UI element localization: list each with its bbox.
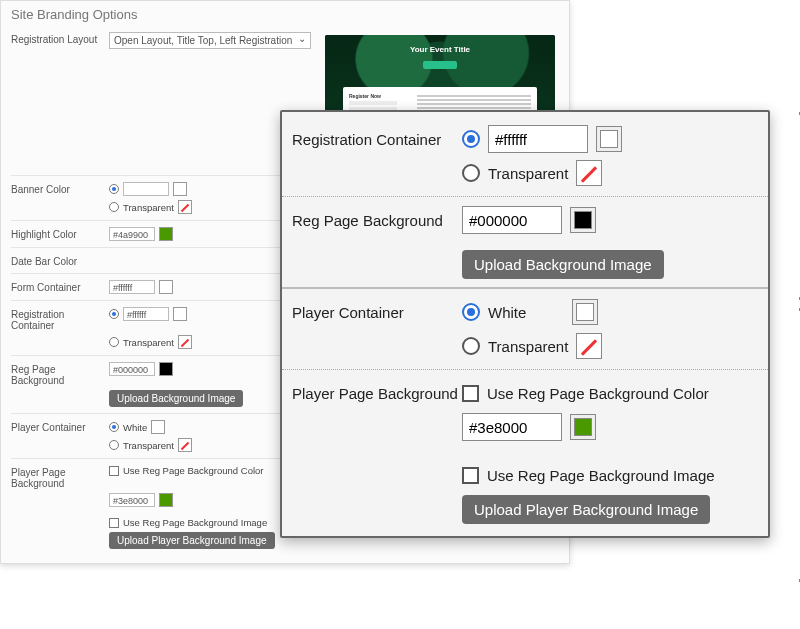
- banner-color-input[interactable]: [123, 182, 169, 196]
- reg-container-transparent-label: Transparent: [123, 337, 174, 348]
- reg-container-radio-transparent-fg[interactable]: [462, 164, 480, 182]
- use-reg-bg-color-label-fg: Use Reg Page Background Color: [487, 385, 709, 402]
- player-container-white-label-fg: White: [488, 304, 526, 321]
- player-page-bg-input-fg[interactable]: [462, 413, 562, 441]
- player-page-bg-swatch-bg[interactable]: [159, 493, 173, 507]
- player-page-bg-label-fg: Player Page Background: [292, 385, 462, 402]
- date-bar-color-label: Date Bar Color: [11, 254, 109, 267]
- banner-transparent-label: Transparent: [123, 202, 174, 213]
- use-reg-bg-color-checkbox-fg[interactable]: [462, 385, 479, 402]
- preview-event-title: Your Event Title: [325, 45, 555, 54]
- highlight-color-swatch[interactable]: [159, 227, 173, 241]
- panel-title: Site Branding Options: [11, 7, 559, 22]
- reg-container-swatch[interactable]: [173, 307, 187, 321]
- highlight-color-input[interactable]: #4a9900: [109, 227, 155, 241]
- reg-container-label-fg: Registration Container: [292, 131, 462, 148]
- form-container-swatch[interactable]: [159, 280, 173, 294]
- form-container-input[interactable]: #ffffff: [109, 280, 155, 294]
- upload-bg-image-button-fg[interactable]: Upload Background Image: [462, 250, 664, 279]
- registration-layout-value: Open Layout, Title Top, Left Registratio…: [114, 35, 292, 46]
- form-container-label: Form Container: [11, 280, 109, 293]
- registration-layout-select[interactable]: Open Layout, Title Top, Left Registratio…: [109, 32, 311, 49]
- preview-register-button: [423, 61, 457, 69]
- banner-color-swatch[interactable]: [173, 182, 187, 196]
- reg-container-swatch-fg[interactable]: [596, 126, 622, 152]
- reg-container-transparent-swatch: [178, 335, 192, 349]
- reg-container-transparent-label-fg: Transparent: [488, 165, 568, 182]
- player-container-white-label-bg: White: [123, 422, 147, 433]
- player-container-transparent-label-bg: Transparent: [123, 440, 174, 451]
- preview-form-title: Register Now: [349, 93, 409, 99]
- reg-page-bg-swatch[interactable]: [159, 362, 173, 376]
- reg-page-bg-swatch-fg[interactable]: [570, 207, 596, 233]
- player-container-white-swatch-fg[interactable]: [572, 299, 598, 325]
- banner-color-label: Banner Color: [11, 182, 109, 195]
- use-reg-bg-color-checkbox-bg[interactable]: [109, 466, 119, 476]
- player-container-radio-transparent-bg[interactable]: [109, 440, 119, 450]
- reg-container-radio-color-fg[interactable]: [462, 130, 480, 148]
- reg-container-input-fg[interactable]: [488, 125, 588, 153]
- player-container-radio-transparent-fg[interactable]: [462, 337, 480, 355]
- reg-page-bg-label-fg: Reg Page Background: [292, 212, 462, 229]
- upload-bg-image-button[interactable]: Upload Background Image: [109, 390, 243, 407]
- reg-page-bg-input-fg[interactable]: [462, 206, 562, 234]
- zoom-panel: Registration Container Transparent Reg P…: [280, 110, 770, 538]
- player-container-radio-white-fg[interactable]: [462, 303, 480, 321]
- reg-container-radio-transparent[interactable]: [109, 337, 119, 347]
- upload-player-bg-image-button-fg[interactable]: Upload Player Background Image: [462, 495, 710, 524]
- player-page-bg-swatch-fg[interactable]: [570, 414, 596, 440]
- use-reg-bg-image-label-fg: Use Reg Page Background Image: [487, 467, 715, 484]
- use-reg-bg-color-label-bg: Use Reg Page Background Color: [123, 465, 263, 476]
- use-reg-bg-image-checkbox-bg[interactable]: [109, 518, 119, 528]
- player-container-label-bg: Player Container: [11, 420, 109, 433]
- player-page-bg-label-bg: Player Page Background: [11, 465, 109, 489]
- highlight-color-label: Highlight Color: [11, 227, 109, 240]
- reg-page-bg-input[interactable]: #000000: [109, 362, 155, 376]
- player-container-label-fg: Player Container: [292, 304, 462, 321]
- reg-container-radio-color[interactable]: [109, 309, 119, 319]
- use-reg-bg-image-label-bg: Use Reg Page Background Image: [123, 517, 267, 528]
- banner-transparent-swatch: [178, 200, 192, 214]
- use-reg-bg-image-checkbox-fg[interactable]: [462, 467, 479, 484]
- upload-player-bg-image-button-bg[interactable]: Upload Player Background Image: [109, 532, 275, 549]
- player-container-transparent-swatch-bg: [178, 438, 192, 452]
- player-container-transparent-swatch-fg: [576, 333, 602, 359]
- player-container-radio-white-bg[interactable]: [109, 422, 119, 432]
- player-page-bg-input-bg[interactable]: #3e8000: [109, 493, 155, 507]
- player-container-transparent-label-fg: Transparent: [488, 338, 568, 355]
- registration-layout-label: Registration Layout: [11, 32, 109, 45]
- banner-color-radio-color[interactable]: [109, 184, 119, 194]
- reg-container-transparent-swatch-fg: [576, 160, 602, 186]
- reg-page-bg-label: Reg Page Background: [11, 362, 109, 386]
- player-container-white-swatch-bg[interactable]: [151, 420, 165, 434]
- banner-color-radio-transparent[interactable]: [109, 202, 119, 212]
- reg-container-label: Registration Container: [11, 307, 109, 331]
- reg-container-input[interactable]: #ffffff: [123, 307, 169, 321]
